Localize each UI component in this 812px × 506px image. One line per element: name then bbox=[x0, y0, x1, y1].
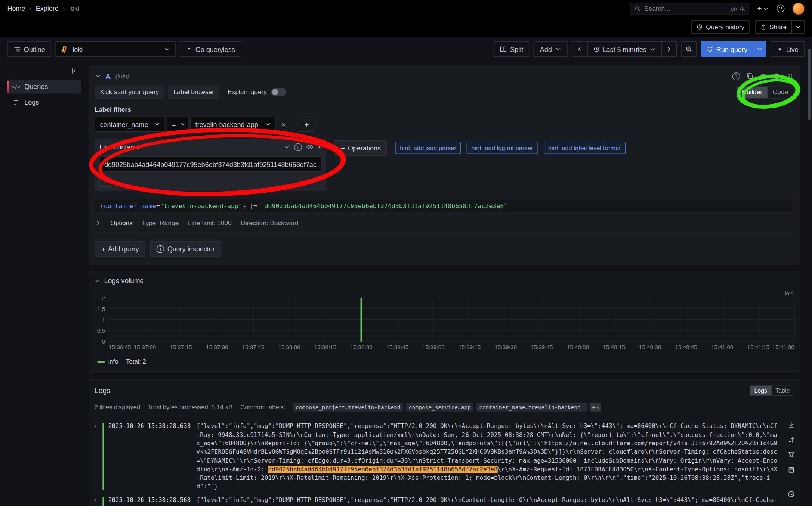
help-button[interactable]: ? bbox=[777, 4, 785, 12]
search-shortcut: ctrl+k bbox=[731, 6, 745, 12]
drag-handle-icon[interactable] bbox=[787, 72, 794, 80]
add-dropdown-button[interactable]: Add bbox=[534, 41, 567, 57]
avatar[interactable] bbox=[792, 2, 805, 15]
collapse-query-icon[interactable] bbox=[95, 73, 101, 79]
query-help-button[interactable]: ? bbox=[732, 72, 740, 80]
operation-info-button[interactable]: i bbox=[294, 143, 302, 151]
query-options-row[interactable]: Options Type: Range Line limit: 1000 Dir… bbox=[95, 220, 794, 233]
label-browser-button[interactable]: Label browser bbox=[168, 86, 219, 99]
log-level-indicator bbox=[102, 497, 104, 506]
chevron-down-icon bbox=[94, 277, 101, 284]
time-range-label: Last 5 minutes bbox=[603, 45, 646, 53]
label-name-select[interactable]: container_name bbox=[95, 117, 165, 132]
sort-order-button[interactable] bbox=[788, 436, 795, 443]
table-view-button[interactable]: Table bbox=[771, 385, 794, 395]
y-tick-label: 0 bbox=[102, 338, 105, 345]
split-button[interactable]: Split bbox=[494, 41, 530, 57]
search-input[interactable]: Search... ctrl+k bbox=[630, 2, 749, 15]
query-editor-toolbar: Kick start your query Label browser Expl… bbox=[93, 84, 796, 99]
operation-preview-button[interactable] bbox=[306, 143, 313, 150]
kick-start-button[interactable]: Kick start your query bbox=[95, 86, 164, 99]
expand-log-row-icon[interactable]: › bbox=[94, 496, 102, 504]
go-queryless-button[interactable]: Go queryless bbox=[180, 41, 241, 57]
explain-query-toggle[interactable] bbox=[271, 88, 287, 96]
sidebar-item-logs[interactable]: Logs bbox=[7, 95, 81, 109]
hint-add-logfmt-parser[interactable]: hint: add logfmt parser bbox=[467, 142, 538, 154]
breadcrumb-loki[interactable]: loki bbox=[69, 4, 79, 12]
add-operation-param-button[interactable]: + bbox=[99, 176, 111, 187]
logs-view-button[interactable]: Logs bbox=[750, 385, 771, 395]
arrow-down-to-line-icon bbox=[788, 421, 795, 428]
share-caret-button[interactable] bbox=[791, 20, 805, 34]
operations-button[interactable]: + Operations bbox=[334, 140, 387, 156]
sidebar-item-queries[interactable]: </> Queries bbox=[7, 80, 81, 93]
query-inspector-button[interactable]: i Query inspector bbox=[150, 241, 221, 257]
run-query-caret-button[interactable] bbox=[753, 41, 766, 57]
add-label-filter-button[interactable]: + bbox=[299, 117, 315, 132]
logs-volume-title: Logs volume bbox=[104, 277, 144, 285]
hide-query-button[interactable] bbox=[760, 72, 767, 80]
legend-series-name[interactable]: info bbox=[108, 358, 118, 365]
x-tick-label: 15:37:45 bbox=[242, 344, 264, 351]
label-filters-title: Label filters bbox=[95, 106, 794, 113]
logs-title: Logs bbox=[94, 386, 111, 394]
log-row[interactable]: ›2025-10-26 15:38:28.633{"level":"info",… bbox=[94, 421, 794, 492]
time-forward-button[interactable] bbox=[661, 41, 677, 57]
common-labels: compose_project=trevelin-backend compose… bbox=[293, 403, 601, 412]
line-contains-input[interactable] bbox=[99, 156, 322, 172]
chart-bar[interactable] bbox=[360, 298, 362, 341]
collapse-sidebar-button[interactable] bbox=[70, 66, 80, 75]
log-row[interactable]: ›2025-10-26 15:38:28.563{"level":"info",… bbox=[94, 494, 794, 506]
more-labels-button[interactable]: +3 bbox=[590, 403, 601, 412]
log-rows: ›2025-10-26 15:38:28.633{"level":"info",… bbox=[94, 421, 794, 506]
chevron-left-icon bbox=[576, 46, 583, 52]
breadcrumb: Home › Explore › loki bbox=[7, 4, 79, 12]
sparkle-icon bbox=[186, 46, 192, 52]
query-ref-id[interactable]: A bbox=[106, 72, 111, 80]
remove-query-button[interactable] bbox=[773, 72, 780, 80]
run-query-button[interactable]: Run query bbox=[701, 41, 753, 57]
duplicate-query-button[interactable] bbox=[746, 72, 753, 80]
question-icon: ? bbox=[777, 4, 785, 12]
filter-button[interactable] bbox=[788, 451, 795, 458]
outline-button[interactable]: Outline bbox=[7, 41, 51, 57]
breadcrumb-explore[interactable]: Explore bbox=[36, 4, 59, 12]
scroll-to-bottom-button[interactable] bbox=[788, 421, 795, 428]
operation-dropdown-button[interactable] bbox=[284, 144, 290, 150]
add-query-button[interactable]: + Add query bbox=[95, 241, 145, 257]
window-scrollbar[interactable] bbox=[808, 49, 811, 120]
remove-label-filter-button[interactable]: × bbox=[278, 118, 290, 130]
toggle-knob bbox=[272, 89, 278, 95]
datasource-picker[interactable]: loki bbox=[56, 41, 176, 57]
sidebar-items: </> Queries Logs bbox=[7, 80, 81, 109]
label-value-select[interactable]: trevelin-backend-app bbox=[190, 117, 276, 132]
builder-mode-button[interactable]: Builder bbox=[737, 86, 768, 98]
x-tick-label: 15:41:00 bbox=[711, 344, 733, 351]
code-mode-button[interactable]: Code bbox=[768, 86, 793, 98]
x-tick-label: 15:37:30 bbox=[206, 344, 228, 351]
live-button[interactable]: Live bbox=[771, 41, 805, 57]
oldest-first-button[interactable] bbox=[788, 491, 795, 498]
label-operator-select[interactable]: = bbox=[167, 117, 188, 132]
chart-legend[interactable]: info Total: 2 bbox=[94, 358, 794, 365]
x-tick-label: 15:36:45 bbox=[109, 344, 131, 351]
expand-log-row-icon[interactable]: › bbox=[94, 422, 102, 430]
logs-header: Logs Logs Table bbox=[94, 385, 794, 396]
hint-add-label-level-format[interactable]: hint: add label level format bbox=[543, 142, 625, 154]
time-picker-group: Last 5 minutes bbox=[571, 41, 677, 57]
breadcrumb-home[interactable]: Home bbox=[7, 4, 25, 12]
time-back-button[interactable] bbox=[571, 41, 587, 57]
zoom-out-button[interactable] bbox=[681, 41, 697, 57]
topnav-actions: Search... ctrl+k + ? bbox=[630, 2, 805, 15]
remove-operation-button[interactable]: × bbox=[317, 143, 321, 150]
logs-volume-header[interactable]: Logs volume bbox=[94, 277, 794, 285]
share-button[interactable]: Share bbox=[755, 20, 792, 34]
hint-add-json-parser[interactable]: hint: add json parser bbox=[395, 142, 461, 154]
new-menu-button[interactable]: + bbox=[757, 4, 769, 13]
log-details-button[interactable] bbox=[788, 466, 795, 474]
query-history-button[interactable]: Query history bbox=[691, 20, 750, 34]
x-tick-label: 15:37:00 bbox=[134, 344, 156, 351]
y-tick-label: 1 bbox=[102, 317, 105, 323]
time-range-picker[interactable]: Last 5 minutes bbox=[587, 41, 662, 57]
y-tick-label: 2 bbox=[102, 295, 105, 301]
